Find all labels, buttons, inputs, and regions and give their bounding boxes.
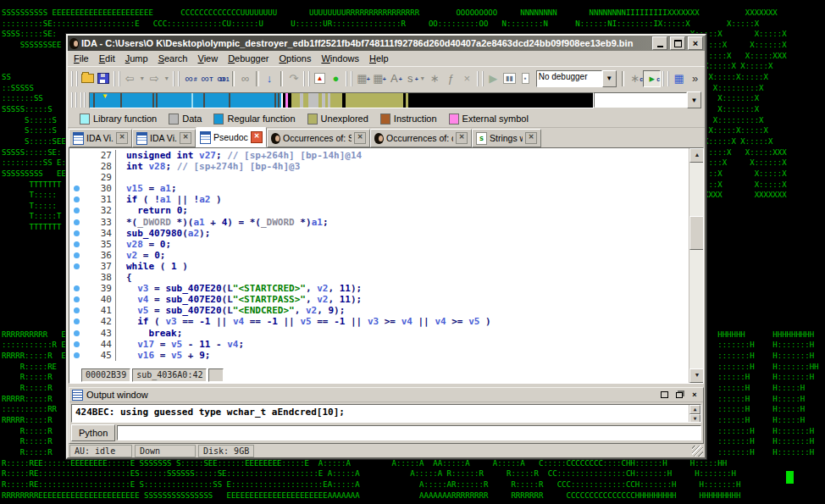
menu-item-windows[interactable]: Windows [316, 53, 364, 64]
toolbar-handle[interactable] [346, 71, 352, 86]
toolbar-handle[interactable] [173, 71, 180, 86]
jump-address-button[interactable]: ↓ [262, 71, 278, 86]
toolbar-handle[interactable] [71, 71, 78, 86]
toolbar-separator [622, 71, 625, 86]
search-next-icon[interactable]: ∞ [237, 71, 253, 86]
code-text: if ( v3 == -1 || v4 == -1 || v5 == -1 ||… [116, 316, 491, 327]
tab-0[interactable]: IDA Vi...✕ [69, 129, 132, 147]
navband-segment [330, 93, 342, 108]
navigation-band[interactable]: ▼ [89, 92, 594, 108]
debugger-start-button[interactable]: ▶ [485, 71, 501, 86]
scroll-up-icon[interactable]: ▲ [689, 405, 700, 414]
navigate-forward-button[interactable]: ⇨ [147, 71, 163, 86]
code-line: 33*(_DWORD *)(a1 + 4) = *(_DWORD *)a1; [69, 217, 689, 228]
navband-segment [346, 93, 403, 108]
run-until-return-button[interactable]: ∗c [627, 71, 643, 86]
tab-5[interactable]: sStrings win...✕ [472, 129, 541, 147]
tab-close-icon[interactable]: ✕ [354, 132, 366, 144]
toolbar-handle[interactable] [71, 92, 77, 108]
save-button[interactable] [96, 71, 112, 86]
analysis-idle-indicator[interactable]: ● [328, 71, 344, 86]
debugger-stop-button[interactable]: ▪ [518, 71, 534, 86]
menu-bar: FileEditJumpSearchViewDebuggerOptionsWin… [68, 51, 705, 66]
back-history-dropdown[interactable]: ▾ [138, 71, 147, 86]
output-maximize-icon[interactable] [658, 390, 670, 400]
scroll-up-icon[interactable]: ▲ [689, 148, 704, 163]
sequence-search-icon[interactable]: ∞101 [213, 71, 230, 86]
debugger-pause-button[interactable]: ▮▮ [501, 71, 518, 86]
tab-close-icon[interactable]: ✕ [456, 132, 468, 144]
menu-item-search[interactable]: Search [153, 53, 193, 64]
calculator-button[interactable]: ▦ [671, 71, 687, 86]
code-line: 35v28 = 0; [69, 239, 689, 250]
binary-search-icon[interactable]: ∞# [181, 71, 197, 86]
title-bar[interactable]: IDA - C:\Users\O K\Desktop\olympic_destr… [68, 36, 705, 51]
output-scrollbar[interactable]: ▲ ▼ [689, 405, 700, 422]
resize-grip[interactable] [692, 446, 703, 457]
analysis-badge-icon[interactable]: ▲ [312, 71, 328, 86]
close-button[interactable]: × [688, 36, 703, 50]
menu-item-debugger[interactable]: Debugger [223, 53, 274, 64]
make-function-button[interactable]: ∗ [427, 71, 443, 86]
tab-close-icon[interactable]: ✕ [251, 131, 263, 143]
line-number: 38 [83, 272, 116, 283]
menu-item-view[interactable]: View [193, 53, 224, 64]
code-text: int v28; // [sp+274h] [bp-4h]@3 [116, 161, 300, 172]
make-code-button[interactable]: ▦+ [354, 71, 370, 86]
make-data-button[interactable]: ▦+ [370, 71, 386, 86]
menu-item-jump[interactable]: Jump [120, 53, 153, 64]
attach-process-button[interactable]: ▸c [643, 70, 661, 87]
tab-close-icon[interactable]: ✕ [180, 132, 191, 144]
maximize-button[interactable] [670, 36, 685, 50]
python-console-button[interactable]: Python [71, 424, 115, 441]
toolbar-handle[interactable] [303, 71, 310, 86]
scroll-down-icon[interactable]: ▼ [689, 414, 700, 423]
graph-overview-combo[interactable]: ▼ [594, 91, 701, 108]
toolbar-overflow-chevron[interactable]: » [687, 71, 703, 86]
output-close-icon[interactable]: × [689, 390, 700, 400]
scrollbar-thumb[interactable] [689, 216, 704, 250]
menu-item-options[interactable]: Options [274, 53, 316, 64]
tab-close-icon[interactable]: ✕ [525, 132, 537, 144]
legend-label: Instruction [394, 114, 437, 124]
menu-item-file[interactable]: File [69, 53, 94, 64]
tab-2[interactable]: Pseudoco...✕ [196, 127, 267, 147]
tab-1[interactable]: IDA Vi...✕ [132, 129, 196, 147]
code-line: 27unsigned int v27; // [sp+264h] [bp-14h… [69, 150, 689, 161]
open-file-button[interactable] [80, 71, 96, 86]
scroll-down-icon[interactable]: ▼ [689, 368, 704, 383]
text-search-icon[interactable]: ∞T [197, 71, 213, 86]
navigate-back-button[interactable]: ⇦ [122, 71, 138, 86]
toolbar-handle[interactable] [477, 71, 484, 86]
toolbar-handle[interactable] [114, 71, 120, 86]
forward-history-dropdown[interactable]: ▾ [163, 71, 171, 86]
chevron-down-icon[interactable]: ▼ [687, 91, 701, 108]
debugger-selector-combo[interactable]: No debugger▼ [536, 70, 617, 87]
tab-4[interactable]: Occurrences of: cmd...✕ [370, 129, 472, 147]
output-log[interactable]: 424BEC: using guessed type wchar_t aEndc… [71, 404, 701, 423]
output-float-icon[interactable] [673, 390, 685, 400]
minimize-button[interactable] [652, 36, 667, 50]
legend-color-swatch [307, 114, 318, 125]
undefine-button[interactable]: × [459, 71, 475, 86]
vertical-scrollbar[interactable]: ▲ ▼ [689, 148, 703, 383]
chevron-down-icon[interactable]: ▼ [602, 70, 617, 87]
edit-function-button[interactable]: ƒ [443, 71, 459, 86]
python-command-input[interactable] [117, 425, 701, 440]
line-marker-dot [69, 183, 83, 194]
array-dropdown[interactable]: ▾ [418, 71, 427, 86]
pseudocode-pane[interactable]: 27unsigned int v27; // [sp+264h] [bp-14h… [69, 147, 704, 384]
make-array-button[interactable]: s+ [402, 71, 418, 86]
tab-3[interactable]: Occurrences of: START...✕ [267, 129, 370, 147]
output-title-bar[interactable]: Output window × [69, 388, 703, 402]
menu-item-edit[interactable]: Edit [94, 53, 120, 64]
toolbar-handle[interactable] [80, 92, 86, 108]
undo-icon[interactable]: ↷ [285, 71, 302, 86]
status-spacer [208, 368, 224, 382]
menu-item-help[interactable]: Help [364, 53, 394, 64]
line-number: 29 [83, 172, 116, 183]
make-string-button[interactable]: A+ [386, 71, 402, 86]
tab-close-icon[interactable]: ✕ [116, 132, 128, 144]
line-marker-dot [69, 217, 83, 228]
toolbar-handle[interactable] [662, 71, 669, 86]
